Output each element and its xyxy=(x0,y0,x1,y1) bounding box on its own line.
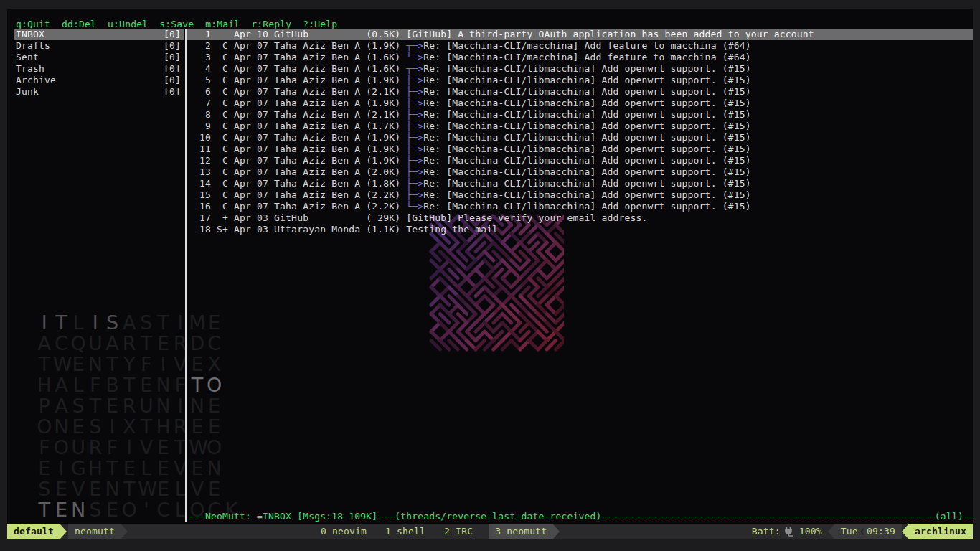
mail-row[interactable]: 18 S+ Apr 03 Uttarayan Monda (1.1K) Test… xyxy=(187,224,973,235)
mailbox-count: [0] xyxy=(164,40,181,52)
thread-tree-icon: ├─> xyxy=(406,132,423,143)
mail-row[interactable]: 11 C Apr 07 Taha Aziz Ben A (1.9K) ├─>Re… xyxy=(187,143,973,155)
thread-tree-icon: ├─> xyxy=(406,178,423,189)
sidebar-item-inbox[interactable]: INBOX[0] xyxy=(14,29,184,40)
wordclock-letter: N xyxy=(53,421,70,433)
mail-row[interactable]: 4 C Apr 07 Taha Aziz Ben A (1.6K) ┬─>Re:… xyxy=(187,63,973,75)
mail-subject: Re: [Macchina-CLI/libmacchina] Add openw… xyxy=(423,109,750,120)
wordclock-letter: L xyxy=(138,463,155,474)
wordclock-letter: L xyxy=(70,317,87,329)
tmux-session-name: default xyxy=(14,526,54,537)
mail-row[interactable]: 14 C Apr 07 Taha Aziz Ben A (1.8K) ├─>Re… xyxy=(187,178,973,189)
thread-tree-icon: ├─> xyxy=(406,189,423,200)
wordclock-letter: H xyxy=(36,380,53,391)
mail-row[interactable]: 12 C Apr 07 Taha Aziz Ben A (1.9K) ├─>Re… xyxy=(187,155,973,166)
wordclock-letter: N xyxy=(155,380,172,391)
wordclock-letter: E xyxy=(138,380,155,391)
mailbox-name: Trash xyxy=(16,63,44,75)
wordclock-letter: H xyxy=(87,463,104,474)
sidebar-item-sent[interactable]: Sent[0] xyxy=(14,52,184,63)
tmux-window[interactable]: 2 IRC xyxy=(435,526,482,537)
sidebar-item-drafts[interactable]: Drafts[0] xyxy=(14,40,184,52)
mail-row-meta: 18 S+ Apr 03 Uttarayan Monda (1.1K) xyxy=(188,224,406,235)
day-label: Tue xyxy=(841,526,858,537)
mail-row[interactable]: 2 C Apr 07 Taha Aziz Ben A (1.9K) ┬─>Re:… xyxy=(187,40,973,52)
wordclock-letter: S xyxy=(104,317,121,329)
mail-row[interactable]: 16 C Apr 07 Taha Aziz Ben A (2.2K) └─>Re… xyxy=(187,201,973,212)
thread-tree-icon: ├─> xyxy=(406,109,423,120)
wordclock-letter: E xyxy=(155,338,172,349)
mail-row[interactable]: 13 C Apr 07 Taha Aziz Ben A (2.0K) ├─>Re… xyxy=(187,166,973,178)
sidebar-item-junk[interactable]: Junk[0] xyxy=(14,86,184,98)
powerline-arrow-icon xyxy=(482,524,489,539)
mail-row[interactable]: 10 C Apr 07 Taha Aziz Ben A (1.9K) ├─>Re… xyxy=(187,132,973,143)
wordclock-letter: T xyxy=(104,463,121,474)
wordclock-letter: N xyxy=(206,463,223,474)
mail-row-meta: 6 C Apr 07 Taha Aziz Ben A (2.1K) xyxy=(188,86,406,97)
tmux-window[interactable]: 1 shell xyxy=(376,526,435,537)
mailbox-name: Sent xyxy=(16,52,39,63)
wordclock-letter: R xyxy=(121,400,138,412)
battery-label: Batt: xyxy=(752,526,781,537)
wordclock-letter: N xyxy=(87,359,104,370)
wordclock-letter: G xyxy=(70,463,87,474)
mail-row[interactable]: 3 C Apr 07 Taha Aziz Ben A (1.6K) └─>Re:… xyxy=(187,52,973,63)
wordclock-letter: N xyxy=(70,504,87,516)
mail-row[interactable]: 8 C Apr 07 Taha Aziz Ben A (2.1K) ├─>Re:… xyxy=(187,109,973,121)
wordclock-letter: S xyxy=(87,421,104,433)
wordclock-letter: X xyxy=(121,421,138,433)
tmux-session-badge[interactable]: default xyxy=(7,524,60,539)
mail-row[interactable]: 5 C Apr 07 Taha Aziz Ben A (1.9K) ├─>Re:… xyxy=(187,75,973,86)
tmux-left-group: default neomutt xyxy=(7,524,128,539)
mail-row[interactable]: 17 + Apr 03 GitHub ( 29K) [GitHub] Pleas… xyxy=(187,212,973,224)
thread-tree-icon: ├─> xyxy=(406,86,423,97)
sidebar-item-archive[interactable]: Archive[0] xyxy=(14,75,184,86)
mail-row[interactable]: 6 C Apr 07 Taha Aziz Ben A (2.1K) ├─>Re:… xyxy=(187,86,973,98)
wordclock-letter: E xyxy=(189,463,206,474)
mail-subject: Re: [Macchina-CLI/libmacchina] Add openw… xyxy=(423,98,750,108)
mail-row-meta: 10 C Apr 07 Taha Aziz Ben A (1.9K) xyxy=(188,132,406,143)
wordclock-letter: R xyxy=(121,338,138,349)
wordclock-letter: B xyxy=(104,380,121,391)
wordclock-letter: I xyxy=(36,317,53,329)
tmux-window[interactable]: 0 neovim xyxy=(311,526,376,537)
thread-tree-icon: ├─> xyxy=(406,166,423,177)
wordclock-letter: T xyxy=(36,504,53,516)
thread-tree-icon: ├─> xyxy=(406,143,423,154)
mail-row-meta: 13 C Apr 07 Taha Aziz Ben A (2.0K) xyxy=(188,166,406,177)
wordclock-letter: E xyxy=(87,484,104,495)
wordclock-letter: S xyxy=(70,400,87,412)
wordclock-letter: E xyxy=(104,504,121,516)
mail-row[interactable]: 7 C Apr 07 Taha Aziz Ben A (1.9K) ├─>Re:… xyxy=(187,98,973,109)
mail-row-meta: 1 Apr 10 GitHub (0.5K) xyxy=(188,29,406,39)
mailbox-count: [0] xyxy=(164,63,181,75)
mail-row-meta: 15 C Apr 07 Taha Aziz Ben A (2.2K) xyxy=(188,189,406,200)
neomutt-status-line: ---NeoMutt: =INBOX [Msgs:18 109K]---(thr… xyxy=(188,511,973,522)
mail-subject: Testing the mail xyxy=(406,224,498,235)
wordclock-letter: E xyxy=(155,442,172,453)
mailbox-name: Junk xyxy=(16,86,39,98)
tmux-status-bar: default neomutt 0 neovim1 shell2 IRC3 ne… xyxy=(7,524,973,539)
wordclock-letter: A xyxy=(53,400,70,412)
wordclock-letter: O xyxy=(206,442,223,453)
wordclock-letter: S xyxy=(87,504,104,516)
mail-row-meta: 14 C Apr 07 Taha Aziz Ben A (1.8K) xyxy=(188,178,406,189)
mail-row[interactable]: 9 C Apr 07 Taha Aziz Ben A (1.7K) ├─>Re:… xyxy=(187,121,973,132)
sidebar-item-trash[interactable]: Trash[0] xyxy=(14,63,184,75)
wordclock-letter: V xyxy=(189,484,206,495)
wordclock-letter: E xyxy=(189,359,206,370)
mailbox-count: [0] xyxy=(164,29,181,40)
wordclock-letter: M xyxy=(189,317,206,329)
mail-row[interactable]: 1 Apr 10 GitHub (0.5K) [GitHub] A third-… xyxy=(187,29,973,40)
mailbox-count: [0] xyxy=(164,86,181,98)
mail-subject: Re: [Macchina-CLI/libmacchina] Add openw… xyxy=(423,121,750,131)
mail-row[interactable]: 15 C Apr 07 Taha Aziz Ben A (2.2K) ├─>Re… xyxy=(187,189,973,201)
terminal-window: ITLISASTIMEACQUARTERDCTWENTYFIVEXHALFBTE… xyxy=(7,9,973,524)
wordclock-letter: E xyxy=(155,463,172,474)
wordclock-letter: E xyxy=(206,400,223,412)
wordclock-letter: I xyxy=(155,359,172,370)
wordclock-letter: T xyxy=(138,338,155,349)
tmux-window-active[interactable]: 3 neomutt xyxy=(489,524,553,539)
mail-row-meta: 5 C Apr 07 Taha Aziz Ben A (1.9K) xyxy=(188,75,406,85)
powerline-arrow-icon xyxy=(828,524,834,539)
